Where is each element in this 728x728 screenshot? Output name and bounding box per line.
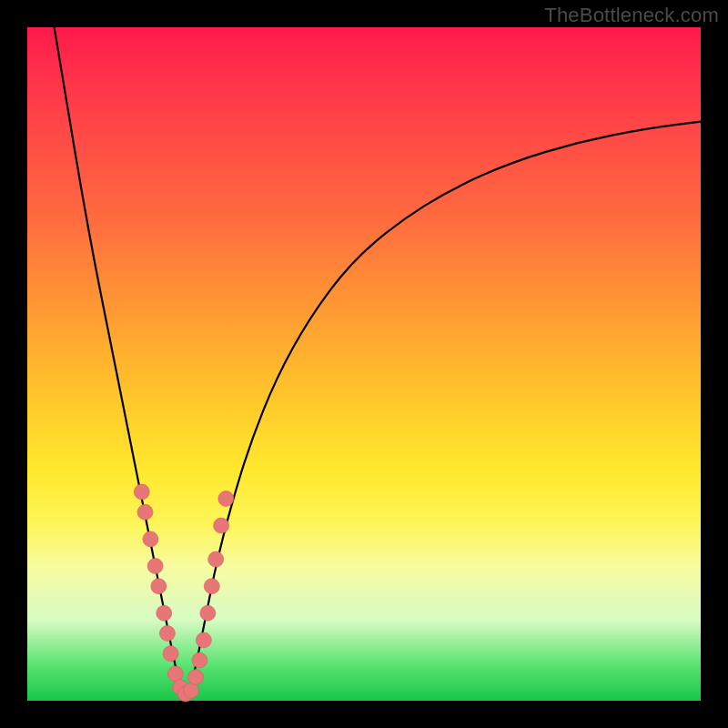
data-marker bbox=[147, 559, 163, 574]
data-marker bbox=[151, 579, 167, 594]
data-marker bbox=[188, 670, 204, 685]
curve-left-branch bbox=[55, 27, 183, 694]
plot-area bbox=[27, 27, 701, 701]
marker-group bbox=[134, 484, 233, 702]
data-marker bbox=[159, 626, 175, 642]
data-marker bbox=[214, 518, 229, 533]
data-marker bbox=[143, 531, 158, 547]
watermark-text: TheBottleneck.com bbox=[544, 4, 719, 27]
chart-svg bbox=[27, 27, 701, 701]
data-marker bbox=[163, 646, 178, 662]
chart-frame: TheBottleneck.com bbox=[0, 0, 728, 728]
curve-right-branch bbox=[189, 122, 701, 694]
data-marker bbox=[183, 682, 198, 698]
data-marker bbox=[200, 605, 216, 621]
data-marker bbox=[208, 551, 224, 567]
data-marker bbox=[204, 579, 219, 594]
data-marker bbox=[167, 666, 183, 682]
data-marker bbox=[192, 652, 207, 668]
data-marker bbox=[134, 484, 149, 500]
data-marker bbox=[218, 491, 234, 507]
data-marker bbox=[137, 504, 153, 520]
data-marker bbox=[196, 632, 211, 648]
data-marker bbox=[157, 605, 172, 621]
